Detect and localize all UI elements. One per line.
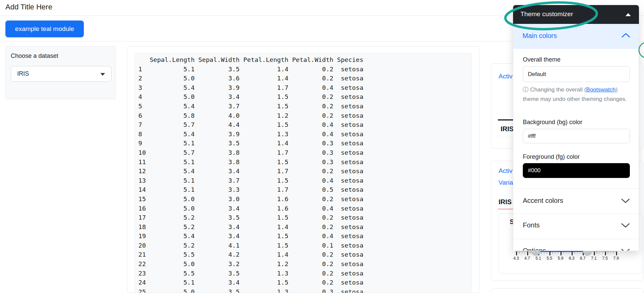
slider-minor-tick bbox=[544, 252, 545, 254]
tab-active-filter[interactable]: Activ bbox=[499, 167, 512, 175]
bg-color-input[interactable] bbox=[523, 129, 630, 143]
slider-tick bbox=[605, 252, 606, 255]
slider-minor-tick bbox=[547, 252, 547, 254]
chevron-down-icon[interactable] bbox=[100, 73, 105, 76]
main-colors-label: Main colors bbox=[522, 32, 557, 40]
info-icon: ⓘ bbox=[523, 86, 529, 93]
slider-minor-tick bbox=[555, 252, 556, 254]
slider-minor-tick bbox=[600, 252, 600, 254]
dataset-chooser-card: Choose a dataset IRIS bbox=[5, 46, 116, 99]
slider-tick bbox=[527, 252, 528, 255]
bootswatch-link[interactable]: Bootswatch bbox=[586, 86, 616, 93]
slider-tick bbox=[516, 252, 517, 255]
theme-customizer-body: Overall theme ⓘ Changing the overall (Bo… bbox=[513, 49, 639, 251]
slider-minor-tick bbox=[580, 252, 581, 254]
slider-tick-label: 6.7 bbox=[577, 256, 588, 261]
dataset-tab-iris[interactable]: IRIS bbox=[501, 125, 514, 133]
slider-tick-label: 7.5 bbox=[599, 256, 611, 261]
theme-customizer-title: Theme customizer bbox=[520, 10, 573, 18]
tab-variable-browser[interactable]: Varia bbox=[499, 179, 513, 186]
slider-tick bbox=[616, 252, 617, 255]
main-colors-section-header[interactable]: Main colors bbox=[513, 24, 639, 49]
slider-minor-tick bbox=[569, 252, 570, 254]
slider-minor-tick bbox=[558, 252, 558, 254]
theme-customizer-header[interactable]: Theme customizer bbox=[513, 5, 639, 24]
slider-minor-tick bbox=[611, 252, 611, 254]
example-teal-module-button[interactable]: example teal module bbox=[5, 21, 84, 37]
slider-minor-tick bbox=[566, 252, 567, 254]
theme-note: ⓘ Changing the overall (Bootswatch) them… bbox=[523, 85, 632, 104]
table-card: Sepal.Length Sepal.Width Petal.Length Pe… bbox=[127, 46, 479, 293]
slider-tick bbox=[572, 252, 573, 255]
dataset-select-value: IRIS bbox=[17, 70, 29, 77]
bottom-right-card bbox=[491, 288, 643, 293]
divider bbox=[513, 239, 639, 239]
divider bbox=[513, 214, 639, 214]
slider-minor-tick bbox=[530, 252, 531, 254]
accent-colors-label: Accent colors bbox=[523, 197, 563, 205]
slider-minor-tick bbox=[552, 252, 553, 254]
slider-minor-tick bbox=[563, 252, 564, 254]
fg-color-label: Foreground (fg) color bbox=[523, 153, 580, 160]
divider bbox=[513, 188, 639, 189]
fg-color-input[interactable] bbox=[523, 163, 630, 178]
slider-tick-label: 5.5 bbox=[544, 256, 555, 261]
slider-tick-label: 6.3 bbox=[566, 256, 577, 261]
slider-minor-tick bbox=[522, 252, 522, 254]
slider-tick bbox=[594, 252, 595, 255]
slider-minor-tick bbox=[524, 252, 525, 254]
tab-active-filter[interactable]: Activ bbox=[499, 73, 512, 80]
slider-minor-tick bbox=[608, 252, 608, 254]
slider-tick bbox=[561, 252, 562, 255]
chevron-down-icon[interactable] bbox=[621, 223, 630, 228]
slider-tick-label: 5.1 bbox=[533, 256, 544, 261]
slider-tick-label: 4.3 bbox=[510, 256, 522, 261]
overall-theme-label: Overall theme bbox=[523, 56, 561, 63]
slider-tick-label: 7.1 bbox=[588, 256, 600, 261]
bg-color-label: Background (bg) color bbox=[523, 119, 582, 126]
slider-minor-tick bbox=[519, 252, 519, 254]
iris-table-output: Sepal.Length Sepal.Width Petal.Length Pe… bbox=[135, 53, 472, 293]
verbatim-output-box: Sepal.Length Sepal.Width Petal.Length Pe… bbox=[135, 53, 472, 293]
overall-theme-input[interactable] bbox=[523, 66, 630, 82]
collapse-caret-icon[interactable] bbox=[625, 13, 631, 16]
chevron-up-icon[interactable] bbox=[621, 33, 630, 38]
slider-minor-tick bbox=[602, 252, 603, 254]
slider-tick bbox=[549, 252, 550, 255]
theme-customizer-panel: Theme customizer Main colors Overall the… bbox=[513, 5, 639, 251]
slider-minor-tick bbox=[597, 252, 597, 254]
chevron-down-icon[interactable] bbox=[621, 249, 630, 251]
slider-tick-label: 7.9 bbox=[610, 256, 622, 261]
page-title: Add Title Here bbox=[5, 3, 52, 11]
dataset-select[interactable]: IRIS bbox=[11, 66, 111, 82]
green-circle-annotation bbox=[639, 42, 644, 58]
slider-minor-tick bbox=[577, 252, 578, 254]
slider-minor-tick bbox=[541, 252, 542, 254]
slider-tick-label: 5.9 bbox=[555, 256, 566, 261]
options-label: Options bbox=[523, 247, 546, 251]
fonts-label: Fonts bbox=[523, 221, 540, 229]
slider-minor-tick bbox=[613, 252, 614, 254]
chevron-down-icon[interactable] bbox=[621, 198, 630, 204]
dataset-tab-iris[interactable]: IRIS bbox=[499, 198, 512, 206]
dataset-chooser-label: Choose a dataset bbox=[11, 52, 58, 60]
slider-minor-tick bbox=[574, 252, 575, 254]
slider-tick-label: 4.7 bbox=[521, 256, 533, 261]
